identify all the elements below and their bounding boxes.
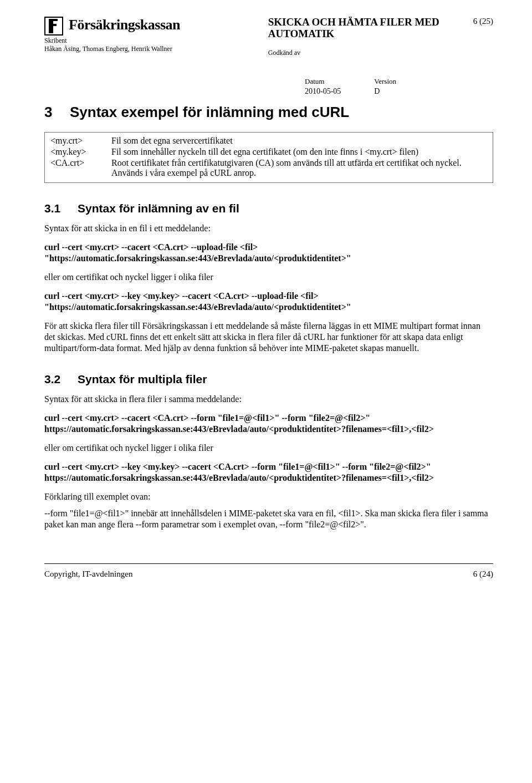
header-left: Försäkringskassan Skribent Håkan Åsing, … [44, 17, 180, 53]
skribent-block: Skribent Håkan Åsing, Thomas Engberg, He… [44, 37, 180, 53]
header-right: SKICKA OCH HÄMTA FILER MED AUTOMATIK God… [268, 17, 493, 57]
s31-cmd2: curl --cert <my.crt> --key <my.key> --ca… [44, 291, 493, 313]
table-row: <my.crt> Fil som det egna servercertifik… [50, 136, 487, 147]
brand-block: Försäkringskassan [44, 17, 180, 35]
footer-rule [44, 563, 493, 564]
s32-or: eller om certifikat och nyckel ligger i … [44, 443, 493, 454]
skribent-value: Håkan Åsing, Thomas Engberg, Henrik Wall… [44, 45, 180, 53]
datum-col: Datum 2010-05-05 [305, 77, 341, 96]
table-row: <CA.crt> Root certifikatet från certifik… [50, 158, 487, 179]
heading-3-2: 3.2Syntax för multipla filer [44, 373, 493, 386]
s31-intro: Syntax för att skicka in en fil i ett me… [44, 223, 493, 234]
version-label: Version [374, 77, 396, 86]
fk-logo-icon [44, 17, 63, 35]
document-page: Försäkringskassan Skribent Håkan Åsing, … [0, 0, 532, 783]
def-val: Fil som det egna servercertifikatet [111, 136, 487, 147]
def-key: <my.crt> [50, 136, 111, 147]
heading-3-1: 3.1Syntax för inlämning av en fil [44, 202, 493, 215]
s32-explain-label: Förklaring till exemplet ovan: [44, 491, 493, 502]
version-col: Version D [374, 77, 396, 96]
s32-cmd1: curl --cert <my.crt> --cacert <CA.crt> -… [44, 413, 493, 435]
heading-3-2-number: 3.2 [44, 373, 78, 386]
definitions-table: <my.crt> Fil som det egna servercertifik… [50, 136, 487, 179]
datum-version-block: Datum 2010-05-05 Version D [305, 77, 493, 96]
table-row: <my.key> Fil som innehåller nyckeln till… [50, 147, 487, 158]
definitions-box: <my.crt> Fil som det egna servercertifik… [44, 132, 493, 183]
skribent-label: Skribent [44, 37, 180, 45]
doc-title: SKICKA OCH HÄMTA FILER MED AUTOMATIK [268, 17, 451, 40]
heading-3-1-number: 3.1 [44, 202, 78, 215]
heading-3-2-text: Syntax för multipla filer [78, 373, 207, 385]
version-value: D [374, 87, 396, 96]
heading-3-text: Syntax exempel för inlämning med cURL [70, 104, 349, 120]
s32-intro: Syntax för att skicka in flera filer i s… [44, 394, 493, 405]
def-val: Fil som innehåller nyckeln till det egna… [111, 147, 487, 158]
godkand-label: Godkänd av [268, 49, 451, 57]
page-footer: Copyright, IT-avdelningen 6 (24) [44, 570, 493, 579]
s32-explain: --form "file1=@<fil1>" innebär att inneh… [44, 508, 493, 530]
page-number-top: 6 (25) [473, 17, 493, 26]
doc-title-block: SKICKA OCH HÄMTA FILER MED AUTOMATIK God… [268, 17, 451, 57]
heading-3-number: 3 [44, 104, 70, 121]
def-key: <my.key> [50, 147, 111, 158]
heading-3-1-text: Syntax för inlämning av en fil [78, 202, 239, 215]
s31-para: För att skicka flera filer till Försäkri… [44, 321, 493, 354]
footer-right: 6 (24) [473, 570, 493, 579]
def-key: <CA.crt> [50, 158, 111, 179]
s31-cmd1: curl --cert <my.crt> --cacert <CA.crt> -… [44, 242, 493, 264]
datum-label: Datum [305, 77, 341, 86]
s32-cmd2: curl --cert <my.crt> --key <my.key> --ca… [44, 461, 493, 484]
def-val: Root certifikatet från certifikatutgivar… [111, 158, 487, 179]
heading-3: 3Syntax exempel för inlämning med cURL [44, 104, 493, 121]
datum-value: 2010-05-05 [305, 87, 341, 96]
s31-or: eller om certifikat och nyckel ligger i … [44, 272, 493, 283]
brand-name: Försäkringskassan [69, 17, 180, 33]
footer-left: Copyright, IT-avdelningen [44, 570, 132, 579]
page-header: Försäkringskassan Skribent Håkan Åsing, … [44, 17, 493, 57]
